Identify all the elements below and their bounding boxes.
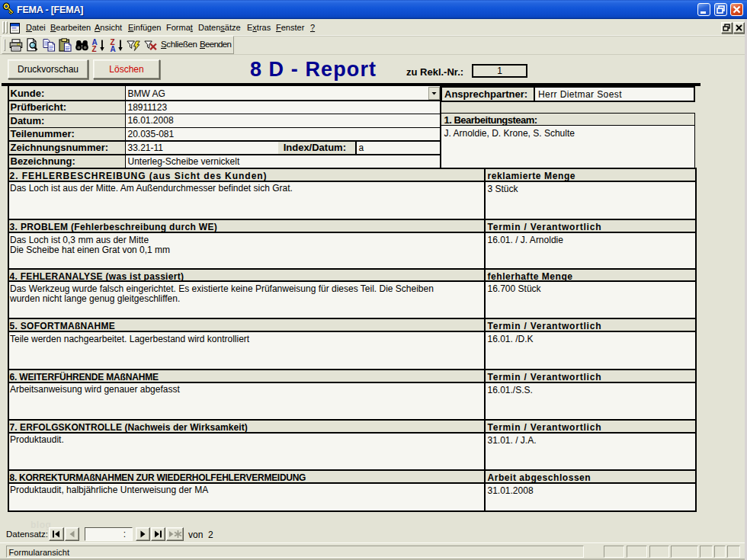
- svg-text:Z: Z: [92, 45, 97, 53]
- svg-text:A: A: [111, 45, 116, 53]
